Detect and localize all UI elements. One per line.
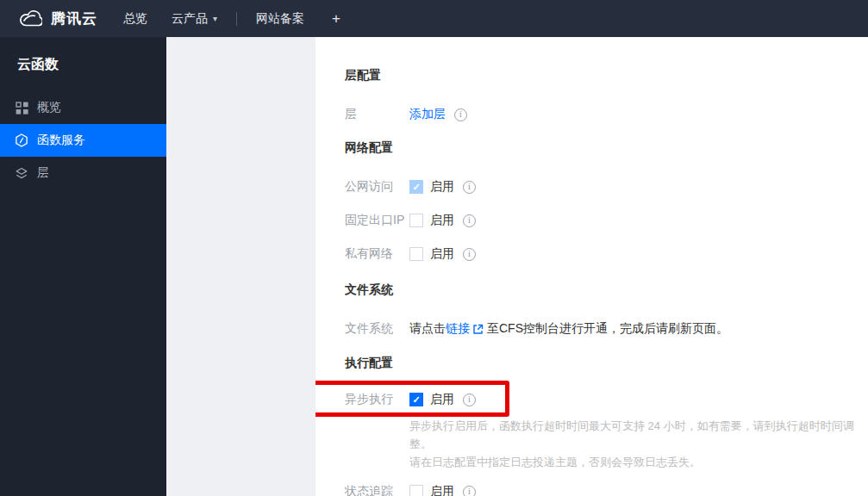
nav-divider bbox=[236, 12, 237, 26]
info-icon[interactable]: i bbox=[463, 214, 476, 227]
top-navigation-bar: 腾讯云 总览 云产品 ▾ 网站备案 + bbox=[0, 0, 868, 37]
form-row-status-tracking: 状态追踪 ✓ 启用 i bbox=[345, 484, 868, 496]
form-row-public-network: 公网访问 ✓ 启用 i bbox=[345, 179, 868, 195]
info-icon[interactable]: i bbox=[454, 108, 467, 121]
main-content: 层配置 层 添加层 i 网络配置 公网访问 ✓ 启用 i 固定出口IP ✓ 启用… bbox=[315, 37, 868, 496]
sidebar-title: 云函数 bbox=[0, 37, 166, 91]
form-row-async-execution: 异步执行 ✓ 启用 i bbox=[345, 392, 868, 407]
chevron-down-icon: ▾ bbox=[213, 14, 217, 23]
info-icon[interactable]: i bbox=[463, 394, 476, 406]
enable-checkbox-label[interactable]: 启用 bbox=[430, 179, 454, 195]
brand-name: 腾讯云 bbox=[51, 9, 97, 28]
nav-item-label: 网站备案 bbox=[256, 11, 304, 27]
grid-overview-icon bbox=[15, 101, 28, 115]
nav-items: 总览 云产品 ▾ 网站备案 + bbox=[111, 0, 356, 37]
external-link-icon bbox=[472, 324, 484, 335]
info-icon[interactable]: i bbox=[463, 486, 476, 496]
field-label-async-execution: 异步执行 bbox=[345, 392, 409, 407]
form-row-file-system: 文件系统 请点击 链接 至CFS控制台进行开通，完成后请刷新页面。 bbox=[345, 321, 868, 337]
sidebar-item-layers[interactable]: 层 bbox=[0, 157, 166, 189]
plus-icon: + bbox=[332, 10, 340, 28]
field-label-layer: 层 bbox=[345, 107, 409, 122]
enable-checkbox-label[interactable]: 启用 bbox=[430, 484, 454, 496]
enable-checkbox-label[interactable]: 启用 bbox=[430, 246, 454, 262]
info-icon[interactable]: i bbox=[463, 181, 476, 194]
tencent-cloud-logo[interactable]: 腾讯云 bbox=[0, 9, 97, 28]
public-network-checkbox[interactable]: ✓ bbox=[409, 180, 423, 194]
form-row-private-network: 私有网络 ✓ 启用 i bbox=[345, 246, 868, 262]
status-tracking-checkbox[interactable]: ✓ bbox=[409, 485, 423, 496]
cfs-console-link[interactable]: 链接 bbox=[446, 321, 470, 337]
enable-checkbox-label[interactable]: 启用 bbox=[430, 392, 454, 407]
nav-add-tab-button[interactable]: + bbox=[316, 0, 356, 37]
check-icon: ✓ bbox=[412, 183, 420, 192]
nav-item-cloud-products[interactable]: 云产品 ▾ bbox=[159, 0, 229, 37]
nav-item-overview[interactable]: 总览 bbox=[111, 0, 159, 37]
sidebar-item-label: 函数服务 bbox=[37, 133, 85, 148]
field-label-private-network: 私有网络 bbox=[345, 246, 409, 262]
private-network-checkbox[interactable]: ✓ bbox=[409, 247, 423, 261]
async-execution-checkbox[interactable]: ✓ bbox=[409, 393, 423, 406]
sidebar: 云函数 概览 函数服务 层 bbox=[0, 37, 166, 496]
field-label-file-system: 文件系统 bbox=[345, 321, 409, 337]
sidebar-item-label: 概览 bbox=[37, 100, 61, 115]
layers-icon bbox=[15, 166, 28, 180]
nav-item-website-filing[interactable]: 网站备案 bbox=[244, 0, 316, 37]
info-icon[interactable]: i bbox=[463, 248, 476, 261]
description-line: 请在日志配置中指定日志投递主题，否则会导致日志丢失。 bbox=[409, 453, 868, 471]
hint-text-after: 至CFS控制台进行开通，完成后请刷新页面。 bbox=[487, 321, 728, 337]
sidebar-item-overview[interactable]: 概览 bbox=[0, 91, 166, 124]
sidebar-item-function-service[interactable]: 函数服务 bbox=[0, 124, 166, 157]
section-title-layer-config: 层配置 bbox=[345, 68, 868, 83]
async-execution-description: 异步执行启用后，函数执行超时时间最大可支持 24 小时，如有需要，请到执行超时时… bbox=[409, 417, 868, 471]
secondary-panel bbox=[166, 37, 315, 496]
sidebar-item-label: 层 bbox=[37, 165, 49, 181]
field-label-status-tracking: 状态追踪 bbox=[345, 484, 409, 496]
field-label-fixed-outbound-ip: 固定出口IP bbox=[345, 213, 409, 228]
description-line: 异步执行启用后，函数执行超时时间最大可支持 24 小时，如有需要，请到执行超时时… bbox=[409, 417, 868, 453]
add-layer-link[interactable]: 添加层 bbox=[409, 107, 446, 122]
check-icon: ✓ bbox=[412, 395, 420, 405]
form-row-fixed-outbound-ip: 固定出口IP ✓ 启用 i bbox=[345, 213, 868, 228]
form-row-layer: 层 添加层 i bbox=[345, 107, 868, 122]
section-title-execution-config: 执行配置 bbox=[345, 356, 868, 370]
nav-item-label: 云产品 bbox=[172, 11, 208, 27]
section-title-file-system: 文件系统 bbox=[345, 282, 868, 297]
fixed-outbound-ip-checkbox[interactable]: ✓ bbox=[409, 214, 423, 227]
field-label-public-network-access: 公网访问 bbox=[345, 179, 409, 195]
cloud-logo-icon bbox=[19, 10, 42, 27]
enable-checkbox-label[interactable]: 启用 bbox=[430, 213, 454, 228]
file-system-hint: 请点击 链接 至CFS控制台进行开通，完成后请刷新页面。 bbox=[409, 321, 728, 337]
section-title-network-config: 网络配置 bbox=[345, 140, 868, 155]
hint-text-before: 请点击 bbox=[409, 321, 446, 337]
nav-item-label: 总览 bbox=[123, 11, 147, 27]
function-hexagon-icon bbox=[15, 133, 28, 147]
